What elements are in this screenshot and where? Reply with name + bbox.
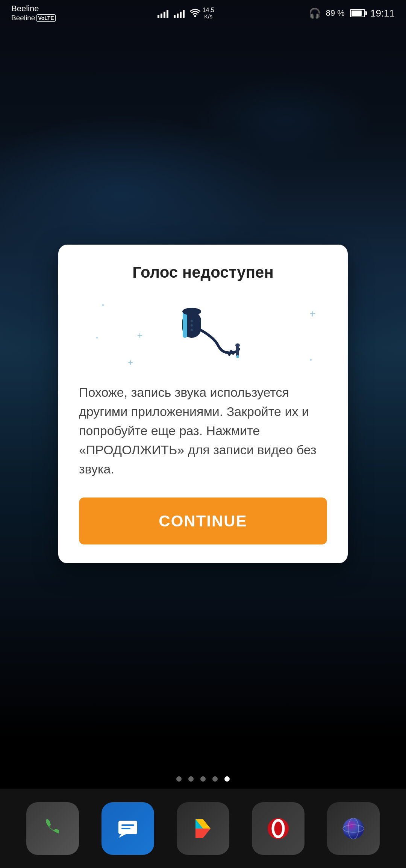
dock-opera-icon[interactable] [252, 802, 304, 855]
deco-dot-1: • [102, 300, 105, 310]
battery-fill [351, 11, 362, 16]
dock-messages-icon[interactable] [102, 802, 154, 855]
svg-marker-16 [195, 829, 211, 838]
headphone-icon: 🎧 [309, 8, 321, 19]
svg-point-20 [343, 818, 364, 839]
time-display: 19:11 [370, 8, 395, 19]
dock [0, 789, 406, 868]
dialog: Голос недоступен • + • + + • [58, 245, 348, 563]
svg-rect-6 [236, 355, 239, 358]
nav-dot-2[interactable] [188, 776, 194, 782]
deco-plus-3: + [128, 357, 133, 368]
svg-point-9 [191, 329, 193, 331]
nav-dot-1[interactable] [176, 776, 182, 782]
svg-point-5 [235, 343, 240, 347]
wifi-icon [190, 8, 200, 18]
camera-svg [340, 815, 367, 842]
dialog-body: Похоже, запись звука используется другим… [79, 383, 327, 479]
deco-dot-2: • [96, 334, 98, 342]
svg-rect-2 [183, 312, 187, 338]
deco-plus-2: + [137, 330, 142, 341]
battery-percent: 89 % [326, 8, 345, 18]
dock-camera-icon[interactable] [327, 802, 380, 855]
volte-badge: VoLTE [36, 14, 55, 22]
deco-plus-1: + [310, 308, 316, 320]
messages-svg [115, 815, 141, 842]
deco-dot-3: • [310, 356, 312, 364]
svg-marker-11 [118, 834, 126, 838]
wifi-speed-group: 14,5 K/s [190, 7, 214, 20]
continue-button[interactable]: CONTINUE [79, 498, 327, 544]
nav-dot-3[interactable] [200, 776, 206, 782]
dialog-title: Голос недоступен [79, 263, 327, 281]
status-right: 🎧 89 % 19:11 [309, 8, 395, 19]
dock-play-store-icon[interactable] [177, 802, 229, 855]
signal-bars-1 [158, 8, 168, 18]
play-store-svg [190, 815, 216, 842]
carrier-info: Beeline Beeline VoLTE [11, 4, 56, 22]
carrier-secondary: Beeline VoLTE [11, 14, 56, 22]
mic-illustration: • + • + + • [79, 296, 327, 372]
battery-icon [350, 9, 365, 17]
carrier-primary: Beeline [11, 4, 56, 13]
svg-rect-10 [118, 821, 137, 834]
dock-phone-icon[interactable] [26, 802, 79, 855]
svg-point-7 [191, 320, 193, 322]
status-bar: Beeline Beeline VoLTE [0, 0, 406, 26]
svg-rect-12 [121, 824, 134, 826]
svg-point-3 [182, 308, 201, 315]
nav-dot-4[interactable] [212, 776, 218, 782]
nav-dot-5-active[interactable] [224, 776, 230, 782]
status-center: 14,5 K/s [56, 7, 309, 20]
svg-point-19 [273, 820, 283, 837]
svg-point-0 [194, 15, 196, 17]
signal-bars-2 [174, 8, 185, 18]
svg-point-8 [191, 324, 193, 327]
svg-rect-13 [121, 828, 130, 829]
mic-svg [154, 300, 252, 368]
nav-dots [0, 776, 406, 782]
opera-svg [265, 815, 291, 842]
phone-svg [39, 815, 66, 842]
speed-label: 14,5 K/s [203, 7, 214, 20]
